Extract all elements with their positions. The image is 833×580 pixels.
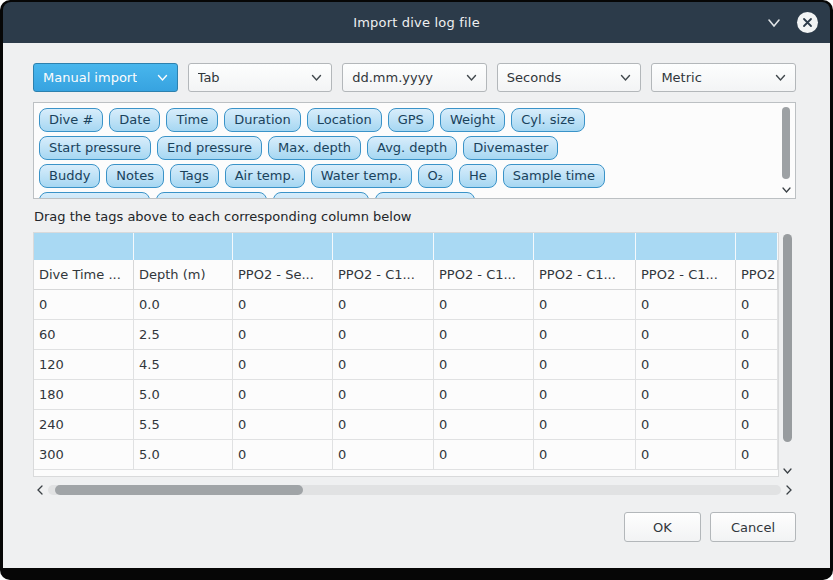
duration-format-combo[interactable]: Seconds [497,63,642,92]
tag-pill[interactable]: Sample time [503,164,605,188]
titlebar-icons [765,2,818,43]
tag-pill[interactable]: Sample pO₂ [273,192,370,199]
table-vertical-scrollbar[interactable] [779,232,796,477]
column-header: PPO2 [736,260,778,290]
tag-pill[interactable]: Location [307,108,382,132]
table-cell: 0 [736,290,778,320]
table-cell: 0 [534,320,636,350]
table-cell: 0 [534,440,636,470]
scrollbar-thumb[interactable] [782,107,790,179]
table-cell: 0 [636,410,736,440]
table-cell: 0 [233,350,333,380]
tag-pill[interactable]: Avg. depth [367,136,457,160]
table-cell: 2.5 [134,320,233,350]
tag-row: Buddy Notes Tags Air temp. Water temp. O… [39,164,773,188]
tag-pill[interactable]: Divemaster [463,136,558,160]
column-drop-target[interactable] [434,233,534,260]
column-header: PPO2 - C1... [534,260,636,290]
tag-pill[interactable]: He [459,164,497,188]
column-drop-target[interactable] [534,233,636,260]
table-cell: 0 [333,290,434,320]
table-cell: 0 [736,320,778,350]
column-drop-target[interactable] [233,233,333,260]
column-header: PPO2 - C1... [636,260,736,290]
tag-pill[interactable]: Max. depth [268,136,361,160]
titlebar-shade-button[interactable] [765,14,783,32]
tag-pill[interactable]: Dive # [39,108,103,132]
units-combo[interactable]: Metric [651,63,796,92]
tag-rows: Dive # Date Time Duration Location GPS W… [34,103,795,199]
instruction-text: Drag the tags above to each correspondin… [34,209,796,224]
table-row: 180 5.0 0 0 0 0 0 0 [34,380,778,410]
tag-pill[interactable]: Sample CNS [375,192,475,199]
table-cell: 0 [233,290,333,320]
scroll-left-arrow[interactable] [33,482,47,498]
column-header: Dive Time ... [34,260,134,290]
chevron-down-icon [466,70,477,85]
table-cell: 4.5 [134,350,233,380]
column-drop-target[interactable] [333,233,434,260]
chevron-down-icon [311,70,322,85]
table-cell: 0 [736,350,778,380]
column-drop-target[interactable] [636,233,736,260]
chevron-down-icon [157,70,168,85]
tag-pill[interactable]: Buddy [39,164,100,188]
table-cell: 180 [34,380,134,410]
tag-pill[interactable]: Tags [170,164,219,188]
import-dialog-window: Import dive log file Manual import [0,0,833,580]
table-cell: 0 [434,350,534,380]
tag-pill[interactable]: Cyl. size [511,108,585,132]
preview-table: Dive Time ... Depth (m) PPO2 - Se... PPO… [33,232,796,477]
dialog-footer: OK Cancel [33,512,796,542]
tag-pill[interactable]: Duration [224,108,300,132]
duration-format-value: Seconds [507,70,562,85]
table-cell: 0 [233,320,333,350]
table-cell: 0 [636,290,736,320]
dialog-body: Manual import Tab dd.mm.yyyy Seconds [3,43,830,568]
scroll-down-arrow[interactable] [779,465,796,477]
close-button[interactable] [797,12,818,33]
date-format-combo[interactable]: dd.mm.yyyy [342,63,487,92]
scrollbar-thumb[interactable] [55,485,303,495]
scrollbar-thumb[interactable] [783,234,792,442]
chevron-down-icon [767,13,781,32]
table-cell: 0 [636,380,736,410]
tag-pill[interactable]: Water temp. [311,164,412,188]
tag-pill[interactable]: Start pressure [39,136,151,160]
tag-area-scrollbar[interactable] [780,105,793,196]
preview-grid: Dive Time ... Depth (m) PPO2 - Se... PPO… [33,232,779,477]
tag-pill[interactable]: O₂ [418,164,453,188]
tag-pill[interactable]: Sample temp. [156,192,267,199]
column-drop-target[interactable] [134,233,233,260]
field-separator-value: Tab [198,70,220,85]
tag-pill[interactable]: GPS [388,108,434,132]
cancel-button[interactable]: Cancel [710,512,796,542]
column-header: PPO2 - Se... [233,260,333,290]
table-horizontal-scrollbar[interactable] [33,482,796,498]
table-cell: 0 [736,440,778,470]
table-cell: 0 [233,410,333,440]
import-options-row: Manual import Tab dd.mm.yyyy Seconds [33,63,796,92]
tag-pill[interactable]: End pressure [157,136,262,160]
table-header-row: Dive Time ... Depth (m) PPO2 - Se... PPO… [34,260,778,290]
field-separator-combo[interactable]: Tab [188,63,333,92]
table-cell: 120 [34,350,134,380]
tag-pill[interactable]: Time [166,108,218,132]
tag-pill[interactable]: Notes [106,164,164,188]
column-drop-target[interactable] [34,233,134,260]
tag-pill[interactable]: Date [109,108,160,132]
scroll-down-arrow[interactable] [780,184,793,196]
ok-button[interactable]: OK [624,512,701,542]
scroll-right-arrow[interactable] [782,482,796,498]
table-cell: 0 [534,410,636,440]
tag-pill[interactable]: Air temp. [225,164,305,188]
tag-pill[interactable]: Weight [440,108,505,132]
column-drop-target[interactable] [736,233,778,260]
tag-row-clipped: Sample depth Sample temp. Sample pO₂ Sam… [39,192,773,199]
table-cell: 0 [333,440,434,470]
tag-pill[interactable]: Sample depth [39,192,150,199]
table-cell: 60 [34,320,134,350]
table-cell: 0 [434,440,534,470]
import-type-combo[interactable]: Manual import [33,63,178,92]
table-cell: 0 [736,410,778,440]
